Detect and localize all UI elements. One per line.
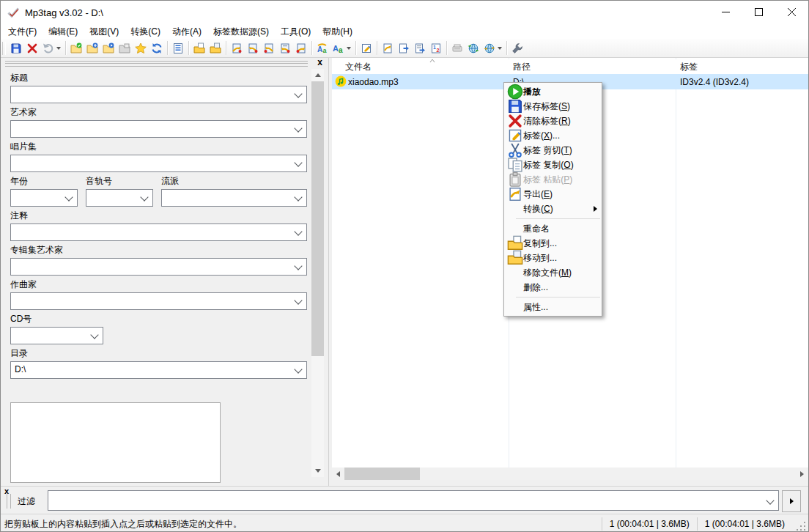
toolbar-convert-tag-tag-button[interactable]	[293, 40, 309, 56]
context-menu-item-delete[interactable]: 删除...	[504, 280, 602, 295]
toolbar-change-directory-button[interactable]	[68, 40, 84, 56]
toolbar-refresh-button[interactable]	[149, 40, 165, 56]
scroll-left-arrow-icon[interactable]	[332, 468, 344, 480]
menubar-item-actions[interactable]: 动作(A)	[166, 24, 207, 39]
toolbar-edit-tag-button[interactable]	[358, 40, 374, 56]
menu-item-label: 属性...	[523, 301, 599, 314]
artist-combobox[interactable]	[10, 120, 307, 138]
year-combobox[interactable]	[10, 189, 78, 207]
toolbar-web-source-menu-button[interactable]	[481, 40, 504, 56]
album-artist-combobox[interactable]	[10, 258, 307, 276]
toolbar-save-tag-button[interactable]	[8, 40, 24, 56]
filter-bar-grip[interactable]	[7, 494, 11, 509]
context-menu-item-export[interactable]: 导出(E)	[504, 187, 602, 202]
cover-art-box[interactable]	[10, 402, 221, 483]
dropdown-caret-icon[interactable]	[347, 47, 351, 50]
toolbar-autonumbering-wizard-button[interactable]: 12	[428, 40, 444, 56]
field-composer: 作曲家	[10, 279, 307, 310]
chevron-down-icon[interactable]	[140, 193, 148, 201]
toolbar-add-directory-button[interactable]	[84, 40, 100, 56]
genre-combobox[interactable]	[161, 189, 307, 207]
chevron-down-icon[interactable]	[294, 124, 302, 132]
column-header-tag[interactable]: 标签	[680, 59, 698, 74]
toolbar-convert-textfile-tag-button[interactable]	[277, 40, 293, 56]
context-menu-item-edit-tag[interactable]: 标签(X)...	[504, 128, 602, 143]
chevron-down-icon[interactable]	[294, 365, 302, 373]
toolbar-remove-tag-button[interactable]	[24, 40, 40, 56]
chevron-down-icon[interactable]	[294, 89, 302, 97]
title-combobox[interactable]	[10, 86, 307, 103]
panel-splitter-grip[interactable]	[5, 61, 308, 67]
toolbar-options-button[interactable]	[509, 40, 525, 56]
toolbar-convert-filename-filename-button[interactable]	[261, 40, 277, 56]
toolbar-paste-files-button[interactable]	[117, 40, 133, 56]
toolbar-export-button[interactable]	[380, 40, 396, 56]
toolbar-playlist-all-button[interactable]	[412, 40, 428, 56]
scroll-down-arrow-icon[interactable]	[311, 465, 324, 477]
resize-grip[interactable]	[795, 520, 807, 532]
column-divider[interactable]	[676, 58, 676, 468]
context-menu-item-play[interactable]: 播放	[504, 84, 602, 99]
chevron-down-icon[interactable]	[294, 296, 302, 304]
scrollbar-thumb[interactable]	[344, 468, 420, 480]
composer-combobox[interactable]	[10, 292, 307, 310]
toolbar-freedb-button[interactable]	[449, 40, 465, 56]
menubar-item-file[interactable]: 文件(F)	[2, 24, 43, 39]
menubar-item-convert[interactable]: 转换(C)	[125, 24, 166, 39]
toolbar-web-source-button[interactable]	[465, 40, 481, 56]
tag-panel-scrollbar[interactable]	[311, 69, 324, 477]
context-menu-item-rename[interactable]: 重命名	[504, 221, 602, 236]
maximize-button[interactable]	[742, 1, 775, 23]
context-menu-item-tag-cut[interactable]: 标签 剪切(T)	[504, 143, 602, 158]
column-header-path[interactable]: 路径	[513, 59, 531, 74]
context-menu-item-remove-tag[interactable]: 清除标签(R)	[504, 114, 602, 128]
filter-input[interactable]	[48, 491, 778, 510]
context-menu-item-convert[interactable]: 转换(C)	[504, 202, 602, 216]
toolbar-actions-menu-button[interactable]: Aa	[330, 40, 353, 56]
menubar-item-tools[interactable]: 工具(O)	[275, 24, 317, 39]
chevron-down-icon[interactable]	[90, 330, 98, 339]
track-combobox[interactable]	[86, 189, 153, 207]
minimize-button[interactable]	[709, 1, 742, 23]
context-menu-item-tag-copy[interactable]: 标签 复制(O)	[504, 158, 602, 172]
chevron-down-icon[interactable]	[294, 158, 302, 166]
filter-apply-button[interactable]	[782, 490, 801, 512]
toolbar-extended-tags-button[interactable]	[170, 40, 186, 56]
album-combobox[interactable]	[10, 155, 307, 172]
scroll-right-arrow-icon[interactable]	[796, 468, 808, 480]
menubar-item-edit[interactable]: 编辑(E)	[43, 24, 84, 39]
menubar-item-view[interactable]: 视图(V)	[84, 24, 125, 39]
file-list-hscrollbar[interactable]	[332, 468, 808, 480]
comment-combobox[interactable]	[10, 223, 307, 241]
toolbar-move-to-button[interactable]	[207, 40, 224, 56]
context-menu-item-save-tag[interactable]: 保存标签(S)	[504, 99, 602, 114]
toolbar-grip[interactable]	[2, 42, 6, 55]
toolbar-convert-filename-tag-button[interactable]	[245, 40, 261, 56]
toolbar-playlist-button[interactable]	[396, 40, 412, 56]
dropdown-caret-icon[interactable]	[498, 47, 502, 50]
chevron-down-icon[interactable]	[294, 193, 302, 201]
toolbar-undo-button[interactable]	[40, 40, 63, 56]
context-menu-item-move-to[interactable]: 移动到...	[504, 251, 602, 265]
scrollbar-thumb[interactable]	[311, 81, 324, 356]
menubar-item-tag-sources[interactable]: 标签数据源(S)	[207, 24, 275, 39]
chevron-down-icon[interactable]	[64, 193, 73, 201]
chevron-down-icon[interactable]	[294, 262, 302, 270]
context-menu-item-copy-to[interactable]: 复制到...	[504, 236, 602, 251]
chevron-down-icon[interactable]	[294, 227, 302, 235]
toolbar-favorites-button[interactable]	[133, 40, 149, 56]
menubar-item-help[interactable]: 帮助(H)	[317, 24, 358, 39]
close-button[interactable]	[775, 1, 808, 23]
toolbar-convert-tag-filename-button[interactable]	[229, 40, 245, 56]
scroll-up-arrow-icon[interactable]	[311, 69, 324, 81]
toolbar-favorite-directory-button[interactable]	[100, 40, 117, 56]
context-menu-item-remove-files[interactable]: 移除文件(M)	[504, 265, 602, 280]
context-menu-item-properties[interactable]: 属性...	[504, 300, 602, 314]
dropdown-caret-icon[interactable]	[56, 47, 61, 50]
toolbar-copy-to-button[interactable]	[191, 40, 207, 56]
column-header-filename[interactable]: 文件名	[345, 59, 372, 74]
toolbar-case-conversion-button[interactable]: Aa	[314, 40, 330, 56]
panel-close-button[interactable]: x	[317, 58, 322, 67]
disc-number-combobox[interactable]	[10, 327, 103, 344]
directory-combobox[interactable]: D:\	[10, 361, 307, 379]
